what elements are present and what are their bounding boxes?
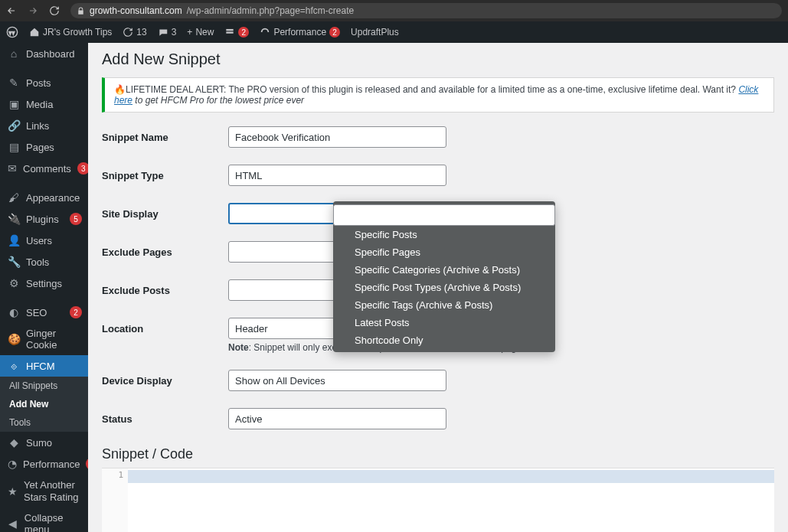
option-specific-posts[interactable]: Specific Posts xyxy=(333,226,555,243)
menu-sumo[interactable]: ◆Sumo xyxy=(0,432,88,453)
label-site-display: Site Display xyxy=(102,208,228,220)
main-content: Add New Snippet 🔥LIFETIME DEAL ALERT: Th… xyxy=(88,43,788,532)
cookie-icon: 🍪 xyxy=(8,333,20,345)
site-name[interactable]: JR's Growth Tips xyxy=(29,27,112,38)
label-status: Status xyxy=(102,413,228,425)
menu-tools[interactable]: 🔧Tools xyxy=(0,251,88,273)
pin-icon: ✎ xyxy=(8,77,20,89)
sliders-icon: ⚙ xyxy=(8,277,20,289)
label-device-display: Device Display xyxy=(102,375,228,387)
menu-performance[interactable]: ◔Performance2 xyxy=(0,453,88,475)
wp-logo-icon[interactable] xyxy=(6,26,18,38)
seo-icon: ◐ xyxy=(8,306,20,318)
home-icon xyxy=(29,27,40,38)
menu-seo[interactable]: ◐SEO2 xyxy=(0,302,88,323)
performance-item[interactable]: Performance2 xyxy=(260,27,340,38)
label-snippet-type: Snippet Type xyxy=(102,170,228,181)
label-exclude-pages: Exclude Pages xyxy=(102,246,228,258)
url-bar[interactable]: growth-consultant.com/wp-admin/admin.php… xyxy=(70,3,782,18)
dashboard-icon: ⌂ xyxy=(8,47,20,60)
submenu-tools[interactable]: Tools xyxy=(0,413,88,432)
menu-pages[interactable]: ▤Pages xyxy=(0,136,88,158)
submenu-all-snippets[interactable]: All Snippets xyxy=(0,377,88,395)
url-path: /wp-admin/admin.php?page=hfcm-create xyxy=(187,5,354,16)
plug-icon: 🔌 xyxy=(8,213,20,225)
comment-icon: ✉ xyxy=(8,162,17,175)
option-specific-categories[interactable]: Specific Categories (Archive & Posts) xyxy=(333,261,555,279)
lock-icon xyxy=(77,7,85,15)
code-line-highlight xyxy=(128,470,774,483)
snippet-type-select[interactable]: HTML xyxy=(228,165,446,186)
status-select[interactable]: Active xyxy=(228,408,446,429)
menu-dashboard[interactable]: ⌂Dashboard xyxy=(0,43,88,64)
menu-users[interactable]: 👤Users xyxy=(0,230,88,251)
menu-yars[interactable]: ★Yet Another Stars Rating xyxy=(0,475,88,508)
snippet-code-heading: Snippet / Code xyxy=(102,446,774,462)
user-icon: 👤 xyxy=(8,234,20,246)
link-icon: 🔗 xyxy=(8,119,20,132)
menu-posts[interactable]: ✎Posts xyxy=(0,72,88,93)
menu-links[interactable]: 🔗Links xyxy=(0,115,88,136)
brush-icon: 🖌 xyxy=(8,191,20,204)
device-display-select[interactable]: Show on All Devices xyxy=(228,370,446,391)
browser-chrome-bar: growth-consultant.com/wp-admin/admin.php… xyxy=(0,0,788,21)
code-editor[interactable]: 1 xyxy=(102,468,774,532)
new-content[interactable]: +New xyxy=(187,27,214,38)
option-site-wide[interactable]: Site Wide xyxy=(333,204,555,226)
back-icon[interactable] xyxy=(6,5,17,16)
menu-settings[interactable]: ⚙Settings xyxy=(0,273,88,294)
option-specific-tags[interactable]: Specific Tags (Archive & Posts) xyxy=(333,296,555,314)
menu-appearance[interactable]: 🖌Appearance xyxy=(0,187,88,208)
menu-plugins[interactable]: 🔌Plugins5 xyxy=(0,208,88,230)
wp-adminbar: JR's Growth Tips 13 3 +New 2 Performance… xyxy=(0,21,788,43)
wrench-icon: 🔧 xyxy=(8,256,20,268)
url-domain: growth-consultant.com xyxy=(90,5,182,16)
page-icon: ▤ xyxy=(8,141,20,153)
reload-icon[interactable] xyxy=(49,5,60,16)
option-shortcode-only[interactable]: Shortcode Only xyxy=(333,331,555,349)
label-exclude-posts: Exclude Posts xyxy=(102,285,228,296)
stack-icon xyxy=(224,27,235,38)
hfcm-submenu: All Snippets Add New Tools xyxy=(0,377,88,432)
option-latest-posts[interactable]: Latest Posts xyxy=(333,314,555,331)
menu-comments[interactable]: ✉Comments3 xyxy=(0,158,88,179)
update-icon xyxy=(123,27,133,38)
svg-rect-2 xyxy=(227,31,234,33)
option-specific-pages[interactable]: Specific Pages xyxy=(333,243,555,261)
collapse-icon: ◀ xyxy=(8,517,18,530)
forward-icon[interactable] xyxy=(28,5,38,16)
vg-item[interactable]: 2 xyxy=(224,27,249,38)
page-title: Add New Snippet xyxy=(102,51,774,68)
label-snippet-name: Snippet Name xyxy=(102,132,228,143)
line-number: 1 xyxy=(102,468,128,532)
comments-count[interactable]: 3 xyxy=(158,27,177,38)
site-display-dropdown: Site Wide Specific Posts Specific Pages … xyxy=(333,201,555,352)
menu-media[interactable]: ▣Media xyxy=(0,93,88,115)
option-specific-post-types[interactable]: Specific Post Types (Archive & Posts) xyxy=(333,279,555,296)
admin-sidebar: ⌂Dashboard ✎Posts ▣Media 🔗Links ▤Pages ✉… xyxy=(0,43,88,532)
plus-icon: + xyxy=(187,27,192,38)
menu-hfcm[interactable]: ⟐HFCM xyxy=(0,355,88,377)
star-icon: ★ xyxy=(8,485,18,498)
label-location: Location xyxy=(102,323,228,335)
svg-rect-1 xyxy=(227,29,234,31)
updates-count[interactable]: 13 xyxy=(123,27,146,38)
sumo-icon: ◆ xyxy=(8,436,20,449)
code-icon: ⟐ xyxy=(8,360,20,372)
gauge-icon: ◔ xyxy=(8,458,17,470)
comment-icon xyxy=(158,27,168,38)
snippet-name-input[interactable] xyxy=(228,126,446,148)
lifetime-deal-notice: 🔥LIFETIME DEAL ALERT: The PRO version of… xyxy=(102,77,774,113)
media-icon: ▣ xyxy=(8,98,20,110)
gauge-icon xyxy=(260,27,270,38)
updraft-item[interactable]: UpdraftPlus xyxy=(351,27,399,38)
submenu-add-new[interactable]: Add New xyxy=(0,395,88,413)
collapse-menu[interactable]: ◀Collapse menu xyxy=(0,508,88,532)
menu-ginger[interactable]: 🍪Ginger Cookie xyxy=(0,323,88,355)
